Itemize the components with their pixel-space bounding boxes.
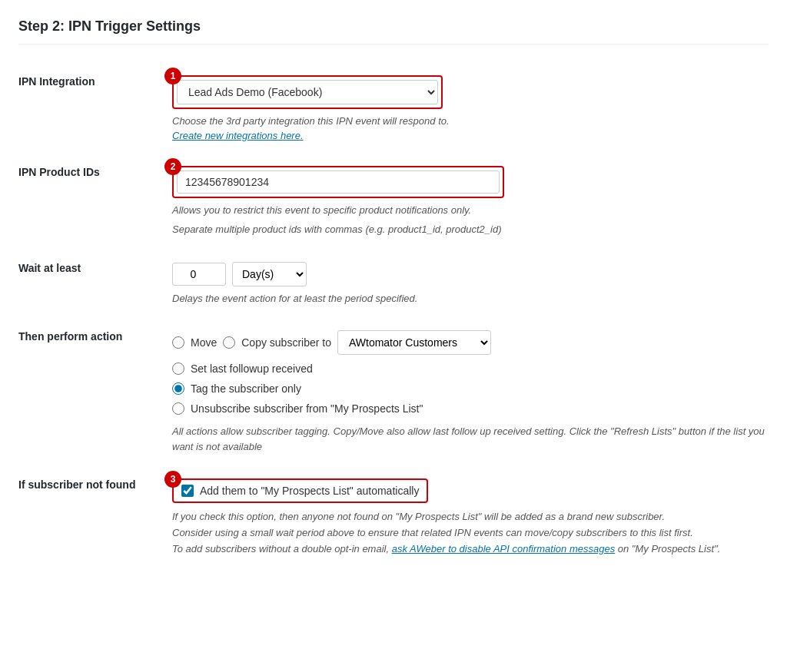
action-followup-label[interactable]: Set last followup received: [191, 362, 313, 375]
if-subscriber-not-found-label: If subscriber not found: [18, 466, 172, 569]
list-select[interactable]: AWtomator Customers My Prospects List: [337, 330, 491, 355]
action-copy-radio[interactable]: [223, 336, 235, 349]
settings-form: IPN Integration 1 Lead Ads Demo (Faceboo…: [18, 63, 769, 569]
action-options-group: Move Copy subscriber to AWtomator Custom…: [172, 330, 769, 415]
ipn-integration-select[interactable]: Lead Ads Demo (Facebook) Other Integrati…: [177, 80, 438, 104]
ipn-product-ids-input[interactable]: [177, 170, 500, 194]
wait-at-least-label: Wait at least: [18, 250, 172, 319]
wait-unit-select[interactable]: Day(s) Hour(s) Minute(s): [232, 262, 307, 286]
action-unsub-row: Unsubscribe subscriber from "My Prospect…: [172, 402, 769, 415]
api-confirmation-link[interactable]: ask AWeber to disable API confirmation m…: [392, 543, 615, 554]
step-badge-3: 3: [164, 471, 181, 488]
wait-number-input[interactable]: [172, 263, 226, 286]
wait-help: Delays the event action for at least the…: [172, 291, 769, 306]
if-subscriber-not-found-wrapper: 3 Add them to "My Prospects List" automa…: [172, 478, 428, 503]
info-line2: Consider using a small wait period above…: [172, 527, 693, 538]
ipn-product-ids-cell: 2 Allows you to restrict this event to s…: [172, 154, 769, 250]
step-badge-2: 2: [164, 158, 181, 175]
ipn-product-ids-wrapper: 2: [172, 166, 504, 198]
page-title: Step 2: IPN Trigger Settings: [18, 18, 769, 45]
action-move-label[interactable]: Move: [191, 336, 217, 349]
ipn-integration-cell: 1 Lead Ads Demo (Facebook) Other Integra…: [172, 63, 769, 154]
then-perform-action-label: Then perform action: [18, 318, 172, 466]
info-line3: To add subscribers without a double opt-…: [172, 543, 392, 554]
info-line4: on "My Prospects List".: [615, 543, 720, 554]
action-move-radio[interactable]: [172, 336, 184, 349]
action-tag-radio[interactable]: [172, 382, 184, 395]
if-subscriber-not-found-row: If subscriber not found 3 Add them to "M…: [18, 466, 769, 569]
action-tag-row: Tag the subscriber only: [172, 382, 769, 395]
step-badge-1: 1: [164, 68, 181, 84]
then-perform-action-row: Then perform action Move Copy subscriber…: [18, 318, 769, 466]
action-tag-label[interactable]: Tag the subscriber only: [191, 382, 301, 395]
wait-row-controls: Day(s) Hour(s) Minute(s): [172, 262, 769, 286]
ipn-integration-label: IPN Integration: [18, 63, 172, 154]
ipn-product-ids-row: IPN Product IDs 2 Allows you to restrict…: [18, 154, 769, 250]
wait-at-least-cell: Day(s) Hour(s) Minute(s) Delays the even…: [172, 250, 769, 319]
add-automatically-label[interactable]: Add them to "My Prospects List" automati…: [200, 485, 419, 497]
then-perform-action-cell: Move Copy subscriber to AWtomator Custom…: [172, 318, 769, 466]
add-automatically-checkbox[interactable]: [181, 485, 194, 497]
ipn-product-ids-help2: Separate multiple product ids with comma…: [172, 222, 769, 237]
info-line1: If you check this option, then anyone no…: [172, 511, 665, 522]
action-move-copy-row: Move Copy subscriber to AWtomator Custom…: [172, 330, 769, 355]
action-unsub-label[interactable]: Unsubscribe subscriber from "My Prospect…: [191, 402, 423, 415]
ipn-product-ids-help1: Allows you to restrict this event to spe…: [172, 203, 769, 218]
ipn-integration-help: Choose the 3rd party integration this IP…: [172, 114, 769, 129]
ipn-integration-row: IPN Integration 1 Lead Ads Demo (Faceboo…: [18, 63, 769, 154]
action-followup-radio[interactable]: [172, 362, 184, 375]
wait-at-least-row: Wait at least Day(s) Hour(s) Minute(s) D…: [18, 250, 769, 319]
action-copy-label[interactable]: Copy subscriber to: [241, 336, 331, 349]
create-integrations-link[interactable]: Create new integrations here.: [172, 130, 304, 141]
subscriber-not-found-info: If you check this option, then anyone no…: [172, 509, 769, 557]
if-subscriber-not-found-cell: 3 Add them to "My Prospects List" automa…: [172, 466, 769, 569]
action-help: All actions allow subscriber tagging. Co…: [172, 424, 769, 454]
action-unsub-radio[interactable]: [172, 402, 184, 415]
action-followup-row: Set last followup received: [172, 362, 769, 375]
ipn-product-ids-label: IPN Product IDs: [18, 154, 172, 250]
ipn-integration-wrapper: 1 Lead Ads Demo (Facebook) Other Integra…: [172, 75, 443, 109]
